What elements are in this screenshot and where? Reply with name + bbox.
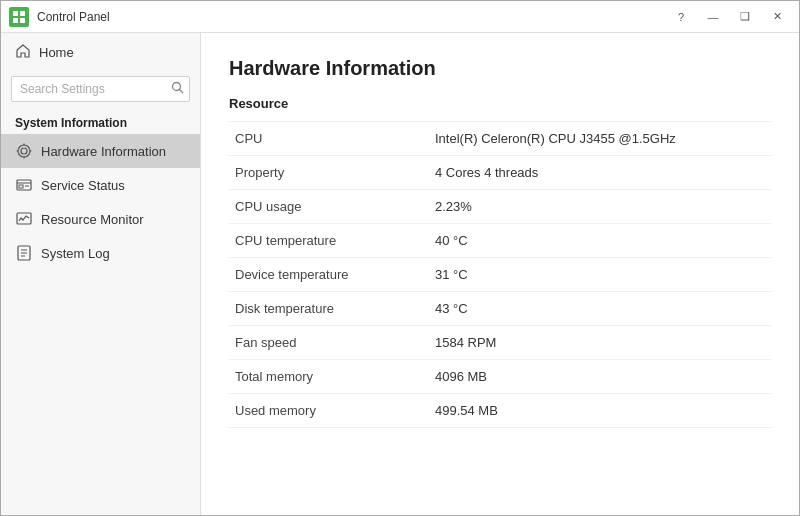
table-row: Fan speed 1584 RPM [229,326,771,360]
table-row: CPU usage 2.23% [229,190,771,224]
minimize-button[interactable]: — [699,6,727,28]
property-cell: Fan speed [229,326,429,360]
sidebar-item-hardware-information[interactable]: Hardware Information [1,134,200,168]
home-icon [15,43,31,62]
table-row: Disk temperature 43 °C [229,292,771,326]
property-cell: Disk temperature [229,292,429,326]
sidebar-item-service-status[interactable]: Service Status [1,168,200,202]
app-icon [9,7,29,27]
table-row: Used memory 499.54 MB [229,394,771,428]
value-cell: 40 °C [429,224,771,258]
property-cell: CPU [229,122,429,156]
svg-rect-2 [13,18,18,23]
sidebar-item-label: Resource Monitor [41,212,144,227]
svg-line-5 [180,90,184,94]
property-cell: CPU usage [229,190,429,224]
window-title: Control Panel [37,10,667,24]
restore-button[interactable]: ❑ [731,6,759,28]
svg-rect-3 [20,18,25,23]
property-cell: Property [229,156,429,190]
property-cell: Total memory [229,360,429,394]
titlebar: Control Panel ? — ❑ ✕ [1,1,799,33]
sidebar-item-label: System Log [41,246,110,261]
value-cell: 43 °C [429,292,771,326]
svg-point-7 [21,148,27,154]
service-status-icon [15,176,33,194]
main-content: Hardware Information Resource CPU Intel(… [201,33,799,515]
sidebar-section-header: System Information [1,110,200,134]
sidebar-item-resource-monitor[interactable]: Resource Monitor [1,202,200,236]
search-icon[interactable] [171,81,184,97]
resource-monitor-icon [15,210,33,228]
help-button[interactable]: ? [667,6,695,28]
table-row: Total memory 4096 MB [229,360,771,394]
table-row: Device temperature 31 °C [229,258,771,292]
value-cell: Intel(R) Celeron(R) CPU J3455 @1.5GHz [429,122,771,156]
hardware-info-table: CPU Intel(R) Celeron(R) CPU J3455 @1.5GH… [229,121,771,428]
home-label: Home [39,45,74,60]
sidebar-item-label: Hardware Information [41,144,166,159]
sidebar-item-system-log[interactable]: System Log [1,236,200,270]
svg-rect-1 [20,11,25,16]
table-row: CPU Intel(R) Celeron(R) CPU J3455 @1.5GH… [229,122,771,156]
hardware-information-icon [15,142,33,160]
value-cell: 4 Cores 4 threads [429,156,771,190]
value-cell: 4096 MB [429,360,771,394]
svg-rect-0 [13,11,18,16]
value-cell: 499.54 MB [429,394,771,428]
property-cell: Device temperature [229,258,429,292]
sidebar-item-label: Service Status [41,178,125,193]
svg-rect-14 [19,185,23,188]
close-button[interactable]: ✕ [763,6,791,28]
property-cell: Used memory [229,394,429,428]
value-cell: 2.23% [429,190,771,224]
table-row: Property 4 Cores 4 threads [229,156,771,190]
window-controls: ? — ❑ ✕ [667,6,791,28]
section-label: Resource [229,96,771,111]
value-cell: 1584 RPM [429,326,771,360]
main-window: Control Panel ? — ❑ ✕ Home [0,0,800,516]
sidebar: Home System Information [1,33,201,515]
property-cell: CPU temperature [229,224,429,258]
system-log-icon [15,244,33,262]
value-cell: 31 °C [429,258,771,292]
page-title: Hardware Information [229,57,771,80]
svg-point-4 [173,83,181,91]
table-row: CPU temperature 40 °C [229,224,771,258]
content-area: Home System Information [1,33,799,515]
svg-point-6 [18,145,30,157]
search-input[interactable] [11,76,190,102]
sidebar-item-home[interactable]: Home [1,33,200,72]
search-box [11,76,190,102]
